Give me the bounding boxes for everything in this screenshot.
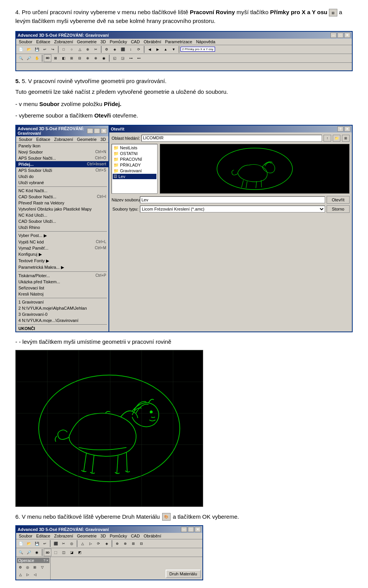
filename-input[interactable] (140, 196, 325, 203)
minimize-btn[interactable]: ─ (330, 33, 337, 38)
op-2[interactable]: ◎ (24, 564, 31, 571)
tb-b5[interactable]: ✂ (92, 46, 100, 53)
druh-materialu-btn[interactable]: Druh Materiálu (166, 570, 201, 578)
location-input[interactable]: LICOMDIR (141, 135, 322, 142)
t2-13[interactable]: ⊗ (122, 540, 129, 547)
aw2-min[interactable]: ─ (181, 527, 187, 532)
tb-e3[interactable]: ⊶ (127, 54, 135, 62)
open-btn[interactable]: Otevřít (327, 196, 350, 204)
t2-12[interactable]: ⊕ (113, 540, 121, 547)
lp-recent2[interactable]: 2 N:\VÝUKA.moje\AlphaCAM\Jehlan (16, 305, 108, 311)
t2-z3[interactable]: ◉ (33, 549, 41, 556)
t2-v3[interactable]: ◪ (68, 549, 76, 556)
t2-2[interactable]: 📂 (25, 540, 33, 547)
tb-c1[interactable]: ◀ (146, 46, 153, 53)
t2-z2[interactable]: 🔎 (25, 549, 33, 556)
t2-3[interactable]: 💾 (33, 540, 41, 547)
menu-geometrie[interactable]: Geometrie (75, 39, 99, 44)
tb-open[interactable]: 📂 (25, 46, 33, 53)
tb-c4[interactable]: ▼ (170, 46, 177, 53)
t2-9[interactable]: ▷ (87, 540, 94, 547)
t2-1[interactable]: 📄 (17, 540, 25, 547)
lp-makra[interactable]: Parametrická Makra... ▶ (16, 264, 108, 271)
m2-editace[interactable]: Editace (34, 533, 52, 539)
menu-pomucky[interactable]: Pomůcky (108, 39, 129, 44)
tb-c2[interactable]: ▶ (154, 46, 161, 53)
lp-tiskarna[interactable]: Tiskárna/Ploter... Ctrl+P (16, 273, 108, 279)
m2-3d[interactable]: 3D (99, 533, 108, 539)
tb-d4[interactable]: ⊟ (76, 54, 84, 62)
tb-d7[interactable]: ◉ (100, 54, 108, 62)
t2-v1[interactable]: ⬚ (52, 549, 59, 556)
lp-cad-nacti[interactable]: CAD Soubor Načti... Ctrl+I (16, 194, 108, 200)
folder-nestlists[interactable]: 📁NestLists (113, 145, 156, 151)
folder-gravirovani[interactable]: 📁Gravirovaní (113, 168, 156, 174)
tb-d5[interactable]: ⊕ (84, 54, 92, 62)
op-1[interactable]: ⚙ (17, 564, 24, 571)
t2-v2[interactable]: ◫ (60, 549, 67, 556)
lp-soubor[interactable]: Soubor (17, 137, 34, 142)
tb-b4[interactable]: ⊕ (84, 46, 92, 53)
lp-close[interactable]: ✕ (101, 128, 107, 134)
menu-zobrazeni[interactable]: Zobrazení (52, 39, 75, 44)
t2-7[interactable]: ◎ (68, 540, 76, 547)
lp-kresli[interactable]: Kresli Nástroj (16, 291, 108, 297)
op-5[interactable]: △ (17, 571, 24, 578)
t2-8[interactable]: △ (79, 540, 86, 547)
lp-recent4[interactable]: 4 N:\VÝUKA.moje...\Gravirovaní (16, 317, 108, 323)
op-3[interactable]: ⊞ (31, 564, 38, 571)
lp-vypisNC[interactable]: Vypiš NC kód Ctrl+L (16, 239, 108, 245)
maximize-btn[interactable]: □ (337, 33, 343, 38)
t2-15[interactable]: ⊟ (138, 540, 145, 547)
tb-redo[interactable]: ↪ (49, 46, 57, 53)
lp-novy[interactable]: Nový Soubor Ctrl+N (16, 149, 108, 155)
lp-nc-ulozi[interactable]: NC Kód Uloži... (16, 212, 108, 218)
tb-d3[interactable]: ⊞ (68, 54, 76, 62)
m2-cad[interactable]: CAD (129, 533, 141, 539)
tb-b7[interactable]: ◈ (111, 46, 118, 53)
lp-nacti[interactable]: APS Soubor Načti... Ctrl+O (16, 155, 108, 161)
cancel-btn[interactable]: Storno (327, 205, 350, 213)
op-7[interactable]: ◁ (31, 571, 38, 578)
m2-zobrazeni[interactable]: Zobrazení (52, 533, 75, 539)
lp-maximize[interactable]: □ (94, 128, 100, 134)
tb-e4[interactable]: ⊷ (135, 54, 143, 62)
aw2-close[interactable]: ✕ (195, 527, 201, 532)
menu-editace[interactable]: Editace (34, 39, 52, 44)
tb-3d[interactable]: 3D (44, 54, 51, 62)
t2-z1[interactable]: 🔍 (17, 549, 25, 556)
t2-14[interactable]: ⊞ (130, 540, 137, 547)
lp-minimize[interactable]: ─ (87, 128, 93, 134)
folder-ostatni[interactable]: 📁OSTATNI (113, 151, 156, 157)
m2-soubor[interactable]: Soubor (17, 533, 34, 539)
tb-b8[interactable]: ⬛ (119, 46, 127, 53)
lp-konfiguruj[interactable]: Konfiguruj ▶ (16, 251, 108, 258)
tb-b1[interactable]: □ (60, 46, 67, 53)
t2-10[interactable]: ⟳ (95, 540, 102, 547)
aw2-max[interactable]: □ (188, 527, 194, 532)
file-lev[interactable]: 🖼Lev (113, 174, 156, 179)
lp-serizovaci[interactable]: Seřizovaci list (16, 285, 108, 291)
lp-editace[interactable]: Editace (34, 137, 52, 142)
lp-3d[interactable]: 3D (99, 137, 108, 142)
lp-nc-nacti[interactable]: NC Kód Načti... (16, 188, 108, 194)
operace-pin[interactable]: ? × (43, 559, 48, 562)
tb-e2[interactable]: ◲ (119, 54, 127, 62)
lp-fonty[interactable]: Textové Fonty ▶ (16, 258, 108, 264)
m2-obrabeni[interactable]: Obrábění (142, 533, 163, 539)
lp-ulozi-vybrane[interactable]: Uloži vybrané (16, 180, 108, 186)
lp-ulozi[interactable]: APS Soubor Uloži Ctrl+S (16, 167, 108, 173)
lp-cad-ulozi[interactable]: CAD Soubor Uloži... (16, 218, 108, 224)
tb-undo[interactable]: ↩ (41, 46, 49, 53)
lp-zobrazeni[interactable]: Zobrazení (52, 137, 75, 142)
t2-4[interactable]: ↩ (41, 540, 49, 547)
menu-obrabeni[interactable]: Obrábění (142, 39, 163, 44)
nav-up-btn[interactable]: ↑ (324, 135, 331, 142)
tb-new[interactable]: 📄 (17, 46, 25, 53)
t2-11[interactable]: ◈ (103, 540, 110, 547)
menu-3d[interactable]: 3D (99, 39, 108, 44)
tb-c3[interactable]: ▲ (162, 46, 169, 53)
tb-zoom2[interactable]: 🔎 (25, 54, 33, 62)
lp-ukonci[interactable]: UKONČI (16, 325, 108, 332)
dialog-question[interactable]: ? (337, 126, 343, 132)
